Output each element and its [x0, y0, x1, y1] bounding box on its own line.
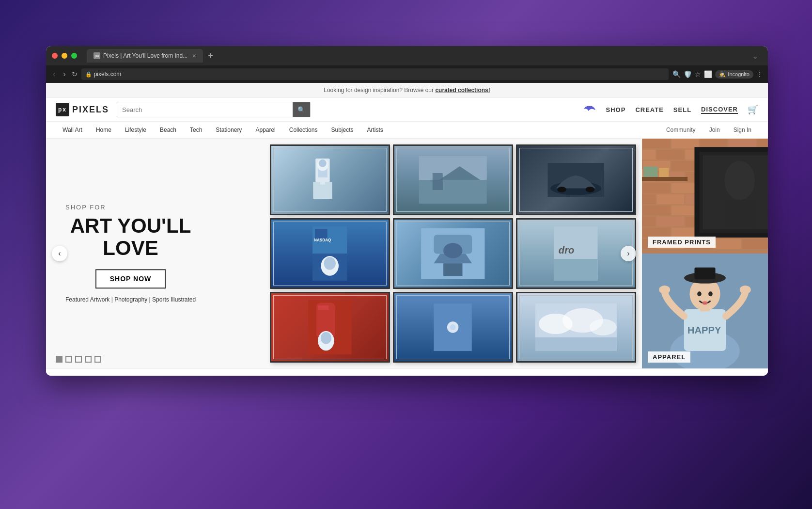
active-tab[interactable]: px Pixels | Art You'll Love from Ind... …	[87, 49, 203, 63]
bookmark-icon[interactable]: ☆	[695, 70, 701, 78]
svg-rect-110	[659, 168, 669, 177]
subnav-home[interactable]: Home	[89, 122, 118, 138]
svg-point-130	[702, 301, 707, 305]
search-browser-icon[interactable]: 🔍	[672, 70, 681, 78]
curated-collections-link[interactable]: curated collections!	[435, 87, 490, 94]
art-image-graffiti: dro	[517, 220, 635, 287]
nav-discover[interactable]: DISCOVER	[701, 106, 738, 114]
subnav-collections[interactable]: Collections	[282, 122, 325, 138]
subnav-artists[interactable]: Artists	[360, 122, 390, 138]
right-sidebar: FRAMED PRINTS HAPPY	[642, 139, 768, 368]
new-tab-button[interactable]: +	[206, 51, 215, 61]
art-image-astronaut-city	[271, 146, 389, 214]
svg-rect-29	[318, 305, 328, 310]
address-bar: ‹ › ↻ 🔒 pixels.com 🔍 🛡️ ☆ ⬜ 🕵️ Incognito…	[46, 65, 768, 83]
subnav-stationery[interactable]: Stationery	[209, 122, 249, 138]
forward-button[interactable]: ›	[61, 69, 67, 80]
art-frame-7[interactable]	[270, 292, 390, 363]
search-button[interactable]: 🔍	[293, 102, 310, 117]
slider-dot-5[interactable]	[94, 356, 101, 363]
close-button[interactable]	[52, 53, 58, 59]
subnav-lifestyle[interactable]: Lifestyle	[118, 122, 153, 138]
art-image-car	[517, 146, 635, 214]
menu-icon[interactable]: ⋮	[756, 70, 763, 78]
browser-window: px Pixels | Art You'll Love from Ind... …	[46, 46, 768, 376]
subnav-beach[interactable]: Beach	[153, 122, 183, 138]
window-controls-chevron[interactable]: ⌄	[748, 51, 762, 61]
slider-next-button[interactable]: ›	[621, 246, 636, 261]
svg-rect-49	[657, 150, 684, 159]
back-button[interactable]: ‹	[51, 69, 57, 80]
art-car-svg	[535, 163, 617, 197]
svg-point-129	[708, 291, 713, 296]
sports-illustrated-link[interactable]: Sports Illustrated	[152, 297, 196, 303]
url-bar[interactable]: 🔒 pixels.com	[81, 68, 669, 80]
art-image-robot-plane	[394, 220, 512, 287]
art-nasdaq-svg: NASDAQ	[289, 226, 371, 281]
svg-rect-81	[643, 206, 670, 215]
shop-now-button[interactable]: SHOP NOW	[95, 270, 166, 289]
subnav-apparel[interactable]: Apparel	[249, 122, 282, 138]
svg-rect-39	[535, 337, 617, 351]
art-frame-4[interactable]: NASDAQ	[270, 218, 390, 289]
art-frame-3[interactable]	[516, 144, 636, 215]
subnav-wall-art[interactable]: Wall Art	[56, 122, 89, 138]
art-frame-1[interactable]	[270, 144, 390, 215]
art-cola-svg	[286, 300, 374, 354]
art-frame-2[interactable]	[393, 144, 513, 215]
minimize-button[interactable]	[62, 53, 67, 59]
svg-rect-68	[643, 183, 670, 193]
tab-close-button[interactable]: ✕	[192, 53, 196, 59]
svg-point-114	[724, 161, 755, 200]
refresh-button[interactable]: ↻	[72, 70, 78, 78]
featured-artwork-link[interactable]: Featured Artwork	[65, 297, 109, 303]
svg-rect-73	[642, 194, 656, 204]
photography-link[interactable]: Photography	[114, 297, 147, 303]
slider-dot-1[interactable]	[56, 356, 62, 363]
slider-dot-2[interactable]	[65, 356, 72, 363]
title-bar: px Pixels | Art You'll Love from Ind... …	[46, 46, 768, 65]
extension-icon[interactable]: 🛡️	[684, 70, 692, 78]
art-frame-8[interactable]	[393, 292, 513, 363]
art-frame-6[interactable]: dro	[516, 218, 636, 289]
search-input[interactable]	[117, 102, 293, 117]
subnav-subjects[interactable]: Subjects	[324, 122, 360, 138]
svg-rect-15	[315, 229, 327, 239]
profile-icon[interactable]: ⬜	[704, 70, 712, 78]
slider-prev-button[interactable]: ‹	[52, 246, 67, 261]
subnav-signin[interactable]: Sign In	[727, 122, 758, 138]
svg-rect-26	[554, 259, 598, 281]
art-astronaut-svg	[295, 156, 365, 204]
art-graffiti-svg: dro	[535, 226, 617, 281]
nav-shop[interactable]: SHOP	[606, 106, 626, 113]
maximize-button[interactable]	[71, 53, 77, 59]
logo[interactable]: px PIXELS	[56, 103, 109, 116]
nav-create[interactable]: CREATE	[635, 106, 663, 113]
art-frame-9[interactable]	[516, 292, 636, 363]
hero-subtitle: SHOP FOR	[65, 204, 196, 211]
slider-dot-3[interactable]	[75, 356, 82, 363]
cart-icon[interactable]: 🛒	[748, 104, 758, 115]
subnav-community[interactable]: Community	[659, 122, 703, 138]
tab-favicon: px	[94, 52, 100, 59]
framed-prints-promo[interactable]: FRAMED PRINTS	[642, 139, 768, 254]
svg-rect-5	[320, 180, 325, 185]
art-robot-svg	[406, 228, 500, 279]
svg-point-127	[740, 286, 751, 294]
svg-rect-74	[657, 194, 684, 204]
art-frame-5[interactable]	[393, 218, 513, 289]
subnav-join[interactable]: Join	[703, 122, 727, 138]
slider-dot-4[interactable]	[85, 356, 92, 363]
svg-point-31	[321, 332, 331, 344]
svg-rect-44	[671, 139, 699, 148]
svg-rect-47	[757, 139, 768, 148]
svg-rect-104	[743, 239, 768, 249]
nav-sell[interactable]: SELL	[673, 106, 691, 113]
subnav-tech[interactable]: Tech	[183, 122, 209, 138]
apparel-promo[interactable]: HAPPY	[642, 254, 768, 368]
svg-point-128	[697, 291, 702, 296]
secure-icon: 🔒	[85, 71, 92, 78]
sub-nav: Wall Art Home Lifestyle Beach Tech Stati…	[46, 122, 768, 139]
svg-rect-4	[313, 182, 332, 199]
top-banner: Looking for design inspiration? Browse o…	[46, 83, 768, 98]
